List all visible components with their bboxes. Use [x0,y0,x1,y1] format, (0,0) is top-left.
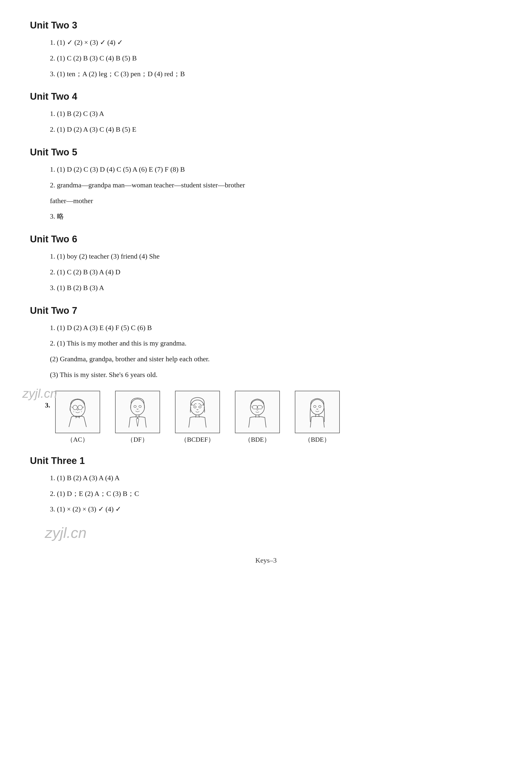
watermark-bottom: zyjl.cn [45,524,502,541]
section-unit-three-1: Unit Three 1 1. (1) B (2) A (3) A (4) A … [30,455,502,541]
img-item-4: （BDE） [235,391,280,444]
svg-line-18 [196,415,196,417]
unit-three-1-title: Unit Three 1 [30,455,502,466]
answer-line: 2. (1) D (2) A (3) C (4) B (5) E [50,122,502,137]
img-box-5 [295,391,340,433]
section-unit-two-7: Unit Two 7 1. (1) D (2) A (3) E (4) F (5… [30,305,502,445]
answer-line: 1. (1) boy (2) teacher (3) friend (4) Sh… [50,249,502,264]
svg-line-5 [82,407,84,407]
images-row: （AC） [55,391,340,444]
svg-point-29 [314,405,316,407]
section-unit-two-6: Unit Two 6 1. (1) boy (2) teacher (3) fr… [30,234,502,295]
answer-line: father—mother [50,194,502,209]
img-item-5: （BDE） [295,391,340,444]
answer-line: 2. (1) This is my mother and this is my … [50,336,502,351]
unit-two-7-answers: 1. (1) D (2) A (3) E (4) F (5) C (6) B 2… [30,321,502,382]
answer-line: 3. (1) × (2) × (3) ✓ (4) ✓ [50,502,502,517]
svg-rect-21 [253,405,257,409]
footer: Keys–3 [30,556,502,564]
question-3-label: 3. [45,386,50,409]
person-icon-4 [240,394,275,429]
svg-point-16 [194,406,196,408]
answer-line: 2. (1) C (2) B (3) A (4) D [50,265,502,280]
answer-line: 1. (1) B (2) C (3) A [50,106,502,121]
answer-line: 2. (1) C (2) B (3) C (4) B (5) B [50,51,502,66]
answer-line: (3) This is my sister. She's 6 years old… [50,368,502,382]
svg-point-10 [139,405,141,407]
unit-two-3-title: Unit Two 3 [30,20,502,31]
img-box-4 [235,391,280,433]
svg-point-9 [134,405,136,407]
answer-line: 1. (1) D (2) C (3) D (4) C (5) A (6) E (… [50,162,502,177]
person-icon-5 [300,394,335,429]
answer-line: 3. (1) ten；A (2) leg；C (3) pen；D (4) red… [50,67,502,81]
svg-point-30 [319,405,321,407]
svg-line-25 [262,407,264,407]
answer-line: 2. (1) D；E (2) A；C (3) B；C [50,486,502,501]
unit-two-6-title: Unit Two 6 [30,234,502,245]
svg-point-15 [190,400,204,415]
svg-point-2 [78,405,82,410]
unit-two-4-title: Unit Two 4 [30,91,502,102]
img-label-3: （BCDEF） [180,435,214,444]
img-box-2 [115,391,160,433]
svg-line-32 [319,414,319,417]
svg-line-19 [199,415,199,417]
svg-point-28 [311,399,324,414]
section-unit-two-4: Unit Two 4 1. (1) B (2) C (3) A 2. (1) D… [30,91,502,137]
unit-two-5-answers: 1. (1) D (2) C (3) D (4) C (5) A (6) E (… [30,162,502,224]
svg-line-26 [256,415,256,417]
svg-point-8 [131,399,145,415]
unit-two-5-title: Unit Two 5 [30,147,502,158]
footer-text: Keys–3 [255,556,277,564]
person-icon-2 [120,394,155,429]
person-icon-1 [60,394,95,429]
img-label-2: （DF） [127,435,148,444]
section-unit-two-5: Unit Two 5 1. (1) D (2) C (3) D (4) C (5… [30,147,502,224]
answer-line: 2. grandma—grandpa man—woman teacher—stu… [50,178,502,192]
answer-line: (2) Grandma, grandpa, brother and sister… [50,352,502,367]
person-icon-3 [180,394,215,429]
unit-two-7-title: Unit Two 7 [30,305,502,316]
answer-line: 3. 略 [50,209,502,224]
answer-line: 1. (1) D (2) A (3) E (4) F (5) C (6) B [50,321,502,335]
unit-three-1-answers: 1. (1) B (2) A (3) A (4) A 2. (1) D；E (2… [30,471,502,517]
answer-line: 1. (1) B (2) A (3) A (4) A [50,471,502,485]
img-item-2: （DF） [115,391,160,444]
answer-line: 1. (1) ✓ (2) × (3) ✓ (4) ✓ [50,35,502,50]
unit-two-4-answers: 1. (1) B (2) C (3) A 2. (1) D (2) A (3) … [30,106,502,137]
svg-rect-22 [258,405,262,409]
img-item-3: （BCDEF） [175,391,220,444]
svg-point-1 [73,405,77,410]
img-box-1 [55,391,100,433]
section-unit-two-3: Unit Two 3 1. (1) ✓ (2) × (3) ✓ (4) ✓ 2.… [30,20,502,81]
svg-marker-13 [136,417,139,426]
img-item-1: （AC） [55,391,100,444]
img-label-1: （AC） [67,435,89,444]
svg-point-0 [70,399,85,417]
unit-two-6-answers: 1. (1) boy (2) teacher (3) friend (4) Sh… [30,249,502,295]
img-label-4: （BDE） [244,435,270,444]
img-label-5: （BDE） [304,435,330,444]
unit-two-3-answers: 1. (1) ✓ (2) × (3) ✓ (4) ✓ 2. (1) C (2) … [30,35,502,81]
watermark-left: zyjl.cn [22,386,57,401]
img-box-3 [175,391,220,433]
svg-line-4 [71,407,73,407]
answer-line: 3. (1) B (2) B (3) A [50,281,502,295]
svg-line-24 [251,407,253,407]
svg-point-17 [199,406,201,408]
